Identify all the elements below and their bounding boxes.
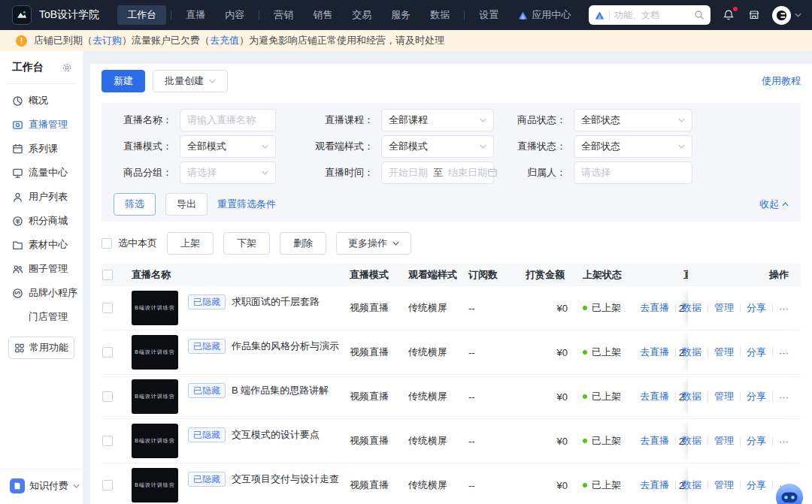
action-divider xyxy=(772,392,773,401)
row-checkbox[interactable] xyxy=(102,347,113,358)
share-link[interactable]: 分享 xyxy=(747,301,766,315)
knowledge-pay-switcher[interactable]: 知识付费 xyxy=(0,469,83,495)
nav-item-2[interactable]: 内容 xyxy=(215,5,254,25)
row-checkbox[interactable] xyxy=(102,480,113,490)
select-page-checkbox[interactable] xyxy=(102,238,112,249)
search-placeholder: 功能、文档 xyxy=(614,9,689,22)
reset-filters-link[interactable]: 重置筛选条件 xyxy=(217,198,276,211)
tutorial-link[interactable]: 使用教程 xyxy=(762,74,801,88)
manage-link[interactable]: 管理 xyxy=(714,434,734,448)
action-divider xyxy=(707,392,708,401)
global-search-input[interactable]: 功能、文档 xyxy=(589,5,710,25)
manage-link[interactable]: 管理 xyxy=(714,346,734,359)
sidebar-item-6[interactable]: 素材中心 xyxy=(0,233,83,257)
nav-item-8[interactable]: 设置 xyxy=(469,5,508,25)
unpublish-button[interactable]: 下架 xyxy=(223,232,270,255)
filter-field-0-2: 商品状态：全部状态 xyxy=(512,109,789,131)
collapse-link[interactable]: 收起 xyxy=(759,198,789,211)
reward-amount: ¥0 xyxy=(557,480,568,491)
sidebar-item-9[interactable]: 门店管理 xyxy=(0,305,83,329)
date-separator: 至 xyxy=(433,166,443,180)
export-button[interactable]: 导出 xyxy=(165,193,208,216)
action-divider xyxy=(772,303,773,312)
more-link[interactable]: ··· xyxy=(779,436,789,447)
manage-link[interactable]: 管理 xyxy=(714,301,734,315)
nav-item-label: 营销 xyxy=(274,5,293,25)
share-link[interactable]: 分享 xyxy=(747,434,766,448)
knowledge-pay-label: 知识付费 xyxy=(29,479,68,493)
filter-select[interactable]: 全部状态 xyxy=(574,109,692,131)
action-divider xyxy=(740,303,741,312)
filter-input[interactable]: 请选择 xyxy=(574,161,692,184)
sidebar-item-1[interactable]: 直播管理 xyxy=(0,113,83,137)
miniprogram-icon xyxy=(12,288,23,299)
shop-icon[interactable] xyxy=(747,8,762,23)
manage-link[interactable]: 管理 xyxy=(714,390,734,403)
share-link[interactable]: 分享 xyxy=(747,390,766,403)
more-link[interactable]: ··· xyxy=(779,303,789,314)
status-dot xyxy=(583,483,587,487)
common-functions-button[interactable]: 常用功能 xyxy=(8,337,74,359)
nav-item-7[interactable]: 数据 xyxy=(420,5,459,25)
filter-select[interactable]: 全部课程 xyxy=(381,109,494,131)
row-checkbox[interactable] xyxy=(102,391,113,402)
filter-button[interactable]: 筛选 xyxy=(114,193,156,216)
assistant-robot-button[interactable] xyxy=(775,483,804,504)
nav-item-5[interactable]: 交易 xyxy=(342,5,381,25)
more-actions-button[interactable]: 更多操作 xyxy=(336,232,411,255)
nav-item-3[interactable]: 营销 xyxy=(264,5,303,25)
sidebar-divider xyxy=(6,83,77,84)
sidebar-item-7[interactable]: 圈子管理 xyxy=(0,257,83,281)
search-icon xyxy=(694,10,704,20)
sidebar-item-8[interactable]: 品牌小程序 xyxy=(0,281,83,305)
nav-item-4[interactable]: 销售 xyxy=(303,5,342,25)
filter-select[interactable]: 全部模式 xyxy=(381,135,494,158)
filter-select[interactable]: 全部状态 xyxy=(574,135,692,158)
status-text: 已上架 xyxy=(592,390,621,403)
filter-input[interactable]: 请输入直播名称 xyxy=(180,109,276,131)
nav-item-0[interactable]: 工作台 xyxy=(117,5,166,25)
share-link[interactable]: 分享 xyxy=(747,346,766,359)
sidebar-item-5[interactable]: 积分商城 xyxy=(0,209,83,233)
triangle-logo-icon xyxy=(595,11,604,20)
delete-button[interactable]: 删除 xyxy=(280,232,326,255)
notice-segment: ）流量账户已欠费（ xyxy=(122,35,210,46)
sidebar-item-label: 概况 xyxy=(29,94,48,107)
gear-icon[interactable] xyxy=(62,62,72,73)
row-checkbox[interactable] xyxy=(102,436,113,446)
notice-link[interactable]: 去充值 xyxy=(210,35,239,46)
sidebar-item-0[interactable]: 概况 xyxy=(0,89,83,113)
sidebar-item-4[interactable]: 用户列表 xyxy=(0,185,83,209)
viewer-style: 传统横屏 xyxy=(408,346,447,359)
nav-item-label: 工作台 xyxy=(127,5,156,25)
sidebar-item-2[interactable]: 系列课 xyxy=(0,137,83,161)
subscriber-count: -- xyxy=(468,391,475,403)
user-icon xyxy=(12,192,23,203)
field-value: 全部模式 xyxy=(187,140,262,153)
batch-create-button[interactable]: 批量创建 xyxy=(153,70,228,92)
notification-bell-icon[interactable] xyxy=(721,8,736,23)
share-link[interactable]: 分享 xyxy=(747,478,766,492)
filter-select[interactable]: 请选择 xyxy=(180,161,276,184)
nav-item-9[interactable]: 应用中心 xyxy=(508,5,580,25)
notice-link[interactable]: 去订购 xyxy=(92,35,122,46)
filter-select[interactable]: 全部模式 xyxy=(180,135,276,158)
nav-item-6[interactable]: 服务 xyxy=(381,5,420,25)
header-checkbox[interactable] xyxy=(102,270,113,280)
publish-button[interactable]: 上架 xyxy=(167,232,214,255)
create-button[interactable]: 新建 xyxy=(102,70,145,92)
filter-field-0-1: 直播课程：全部课程 xyxy=(306,109,508,131)
row-checkbox[interactable] xyxy=(102,303,113,313)
more-link[interactable]: ··· xyxy=(779,391,789,403)
more-link[interactable]: ··· xyxy=(779,347,789,358)
user-menu[interactable] xyxy=(772,6,801,25)
reward-amount: ¥0 xyxy=(557,347,568,358)
pie-icon xyxy=(12,95,23,107)
collapse-label: 收起 xyxy=(759,198,779,211)
material-icon xyxy=(12,240,23,251)
action-divider xyxy=(772,348,773,357)
nav-item-1[interactable]: 直播 xyxy=(176,5,215,25)
manage-link[interactable]: 管理 xyxy=(714,478,734,492)
filter-daterange[interactable]: 开始日期至结束日期 xyxy=(381,161,494,184)
sidebar-item-3[interactable]: 流量中心 xyxy=(0,161,83,185)
